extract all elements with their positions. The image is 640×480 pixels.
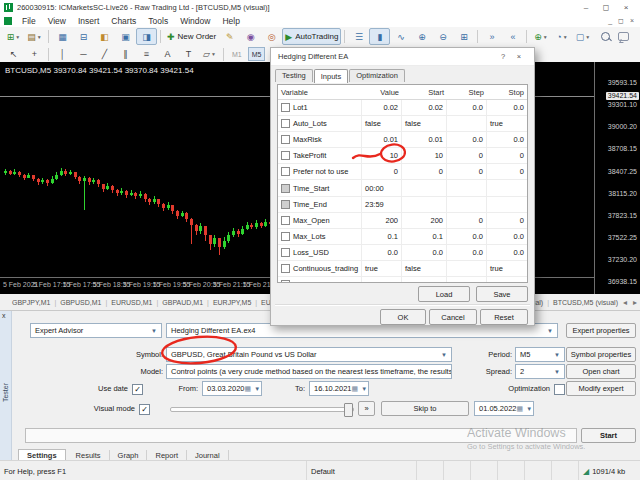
dialog-tab-optimization[interactable]: Optimization <box>349 69 405 82</box>
candlestick-button[interactable]: ▮ <box>369 28 390 45</box>
chart-tab-gbpusd-m1[interactable]: GBPUSD,M1 <box>60 299 101 306</box>
use-date-checkbox[interactable]: ✓ <box>132 384 143 395</box>
start-button[interactable]: Start <box>581 428 636 443</box>
input-row-magicnumber[interactable]: MagicNumber2022202200 <box>278 277 527 283</box>
channel-tool[interactable]: ∥ <box>115 46 136 63</box>
data-window-button[interactable]: ⊟ <box>73 28 94 45</box>
shapes-tool[interactable]: ▱▼ <box>199 46 220 63</box>
step-cell[interactable] <box>447 180 487 195</box>
reset-button[interactable]: Reset <box>480 309 528 325</box>
search-icon[interactable] <box>601 32 610 41</box>
stop-cell[interactable]: 0.0 <box>487 100 527 115</box>
ok-button[interactable]: OK <box>380 309 426 325</box>
menu-item-help[interactable]: Help <box>216 16 245 26</box>
indicators-button[interactable]: ⊕▼ <box>530 28 551 45</box>
new-chart-button[interactable]: ⊞▼ <box>3 28 24 45</box>
new-order-button[interactable]: ✚New Order <box>164 28 219 45</box>
step-cell[interactable]: 0 <box>447 148 487 163</box>
value-cell[interactable]: 00:00 <box>362 180 402 195</box>
child-close-button[interactable]: × <box>630 17 634 25</box>
step-cell[interactable]: 0.0 <box>447 100 487 115</box>
stop-cell[interactable]: 0 <box>487 148 527 163</box>
menu-item-charts[interactable]: Charts <box>105 16 142 26</box>
options-button[interactable]: ◉ <box>240 28 261 45</box>
load-button[interactable]: Load <box>418 286 470 302</box>
optimize-checkbox[interactable] <box>281 248 290 257</box>
optimize-checkbox[interactable] <box>281 264 290 273</box>
optimize-checkbox[interactable] <box>281 167 290 176</box>
step-cell[interactable]: 0.0 <box>447 229 487 244</box>
model-select[interactable]: Control points (a very crude method base… <box>166 364 452 379</box>
terminal-button[interactable]: ▣ <box>115 28 136 45</box>
value-cell[interactable]: 200 <box>362 213 402 228</box>
chevron-down-icon[interactable]: ▼ <box>585 34 590 40</box>
start-cell[interactable]: 0 <box>402 164 447 179</box>
start-cell[interactable]: false <box>402 261 447 276</box>
period-select[interactable]: M5▼ <box>515 347 565 362</box>
value-cell[interactable]: 0.01 <box>362 132 402 147</box>
periods-button[interactable]: ◔▼ <box>551 28 572 45</box>
dialog-help-button[interactable]: ? <box>495 52 511 61</box>
step-cell[interactable]: 0 <box>447 277 487 283</box>
input-row-time_start[interactable]: Time_Start00:00 <box>278 180 527 196</box>
input-row-lot1[interactable]: Lot10.020.020.00.0 <box>278 100 527 116</box>
step-cell[interactable] <box>447 116 487 131</box>
column-header-step[interactable]: Step <box>447 85 487 99</box>
profiles-button[interactable]: ▤▼ <box>24 28 45 45</box>
step-cell[interactable] <box>447 261 487 276</box>
input-row-loss_usd[interactable]: Loss_USD0.00.00.00.0 <box>278 245 527 261</box>
metaeditor-button[interactable]: ✎ <box>219 28 240 45</box>
dialog-tab-inputs[interactable]: Inputs <box>314 69 348 83</box>
zoom-out-button[interactable]: ⊖ <box>432 28 453 45</box>
cursor-tool[interactable]: ↖ <box>3 46 24 63</box>
value-cell[interactable]: 10 <box>362 148 402 163</box>
symbol-select[interactable]: GBPUSD, Great Britain Pound vs US Dollar… <box>166 347 452 362</box>
start-cell[interactable]: 0.1 <box>402 229 447 244</box>
optimize-checkbox[interactable] <box>281 216 290 225</box>
value-cell[interactable]: 2022 <box>362 277 402 283</box>
timeframe-m1[interactable]: M1 <box>228 47 246 61</box>
restore-button[interactable]: ◻ <box>596 3 616 12</box>
fast-forward-button[interactable]: » <box>358 401 375 416</box>
start-cell[interactable]: false <box>402 116 447 131</box>
start-cell[interactable]: 0.0 <box>402 245 447 260</box>
skip-to-date-field[interactable]: 01.05.2022▦▼ <box>474 401 534 416</box>
value-cell[interactable]: 23:59 <box>362 197 402 212</box>
market-watch-button[interactable]: ▦ <box>52 28 73 45</box>
chevron-down-icon[interactable]: ▼ <box>37 34 42 40</box>
modify-expert-button[interactable]: Modify expert <box>566 381 636 396</box>
input-row-continuous_trading[interactable]: Continuous_tradingtruefalsetrue <box>278 261 527 277</box>
input-row-prefer-not-to-use[interactable]: Prefer not to use0000 <box>278 164 527 180</box>
input-row-auto_lots[interactable]: Auto_Lotsfalsefalsetrue <box>278 116 527 132</box>
start-cell[interactable] <box>402 197 447 212</box>
visual-speed-slider-thumb[interactable] <box>344 403 353 417</box>
start-cell[interactable] <box>402 180 447 195</box>
chart-tab-gbpaud-m1[interactable]: GBPAUD,M1 <box>162 299 203 306</box>
symbol-properties-button[interactable]: Symbol properties <box>566 347 636 362</box>
input-row-time_end[interactable]: Time_End23:59 <box>278 197 527 213</box>
label-tool[interactable]: T <box>178 46 199 63</box>
step-cell[interactable]: 0.0 <box>447 132 487 147</box>
optimize-checkbox[interactable] <box>281 232 290 241</box>
optimize-checkbox[interactable] <box>281 119 290 128</box>
start-cell[interactable]: 0.01 <box>402 132 447 147</box>
bar-chart-button[interactable]: ☰ <box>348 28 369 45</box>
visual-speed-slider[interactable] <box>170 407 354 412</box>
column-header-value[interactable]: Value <box>362 85 402 99</box>
templates-button[interactable]: ▢▼ <box>572 28 593 45</box>
step-cell[interactable] <box>447 197 487 212</box>
value-cell[interactable]: 0.1 <box>362 229 402 244</box>
input-row-maxrisk[interactable]: MaxRisk0.010.010.00.0 <box>278 132 527 148</box>
tab-scroll-right-icon[interactable]: ▸ <box>632 298 638 307</box>
navigator-button[interactable]: ◧ <box>94 28 115 45</box>
stop-cell[interactable]: 0 <box>487 213 527 228</box>
skip-to-button[interactable]: Skip to <box>381 401 469 416</box>
stop-cell[interactable]: 0.0 <box>487 245 527 260</box>
input-row-takeprofit[interactable]: TakeProfit101000 <box>278 148 527 164</box>
stop-cell[interactable]: 0 <box>487 277 527 283</box>
horizontal-line-tool[interactable]: ─ <box>73 46 94 63</box>
text-tool[interactable]: A <box>157 46 178 63</box>
crosshair-tool[interactable]: + <box>24 46 45 63</box>
start-cell[interactable]: 10 <box>402 148 447 163</box>
sound-button[interactable]: ◎ <box>261 28 282 45</box>
